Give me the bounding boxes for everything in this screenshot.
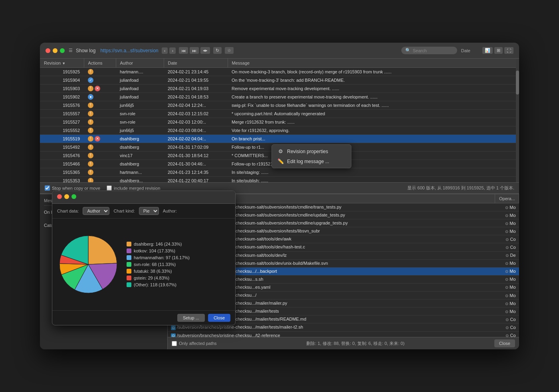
close-button[interactable]: Close (494, 339, 515, 347)
legend-item: (Other): 118 (19.67%) (127, 282, 231, 287)
search-bar[interactable]: 🔍 Search (401, 47, 457, 54)
chart-close-light[interactable] (57, 194, 62, 199)
cell-actions: ! (84, 68, 116, 76)
cell-author: jun66j5 (116, 101, 164, 110)
window-url: https://svn.a...sf/subversion (100, 48, 158, 53)
stats-bar: Only affected paths 删除: 1, 修改: 88, 替换: 0… (168, 337, 519, 349)
cell-op: ⊙ Mo (495, 267, 519, 275)
expand-btn[interactable]: ⛶ (504, 47, 513, 54)
cell-date: 2024-02-02 04:04:.. (164, 135, 228, 143)
menu-item-edit-log[interactable]: ✏️ Edit log message ... (272, 156, 351, 166)
action-icon: ! (88, 111, 93, 116)
skip-start[interactable]: ⏮ (179, 47, 188, 54)
legend-dot (127, 248, 131, 253)
menu-item-revision-props[interactable]: ⚙ Revision properties (272, 146, 351, 156)
chart-btn[interactable]: 📊 (482, 47, 493, 54)
minimize-traffic-light[interactable] (53, 48, 57, 53)
nav-lr[interactable]: ◂▸ (200, 47, 210, 54)
skip-end[interactable]: ⏭ (190, 47, 199, 54)
legend-item: kotkov: 104 (17.33%) (127, 248, 231, 253)
col-header-author[interactable]: Author (116, 59, 164, 68)
include-merged-input[interactable] (107, 185, 112, 191)
menu-item-label: Edit log message ... (287, 159, 329, 164)
chart-data-select[interactable]: Author (83, 207, 109, 215)
chart-max-light[interactable] (71, 194, 76, 199)
cell-message: Remove experimental move-tracking develo… (228, 85, 519, 93)
table-row[interactable]: 1915557 ! svn-role 2024-02-03 12:15:02 *… (40, 110, 519, 118)
stop-when-copy-checkbox[interactable]: Stop when copy or move (45, 185, 100, 191)
cell-op: ⊙ Mo (495, 299, 519, 307)
col-header-actions[interactable]: Actions (84, 59, 116, 68)
cell-op: ⊙ Mo (495, 211, 519, 219)
chart-close-button[interactable]: Close (208, 314, 230, 322)
table-row[interactable]: 1915576 ! jun66j5 2024-02-04 12:24:.. sw… (40, 101, 519, 110)
col-header-operation[interactable]: Opera... (495, 194, 519, 203)
col-header-date[interactable]: Date (164, 59, 228, 68)
path-icon: ⊙ (171, 325, 176, 330)
only-affected-checkbox[interactable]: Only affected paths (172, 341, 217, 346)
cell-author: julianfoad (116, 76, 164, 85)
cell-author: julianfoad (116, 85, 164, 93)
revision-props-icon: ⚙ (278, 148, 284, 154)
cell-date: 2024-02-21 04:19:55 (164, 76, 228, 85)
col-header-revision[interactable]: Revision▼ (40, 59, 84, 68)
table-row[interactable]: 1915365 ! hartmann... 2024-01-23 12:14:3… (40, 168, 519, 177)
chart-data-label: Chart data: (57, 209, 79, 213)
include-merged-checkbox[interactable]: include merged revision (107, 185, 160, 191)
cell-message: swig-pl: Fix `unable to close filehandle… (228, 101, 519, 110)
legend-label: kotkov: 104 (17.33%) (134, 248, 175, 253)
table-row[interactable]: 1915903 ! ✕ julianfoad 2024-02-21 04:19:… (40, 85, 519, 93)
setup-button[interactable]: Setup ... (177, 314, 205, 322)
action-icon2: ✕ (95, 86, 100, 91)
cell-message: On branch prist... (228, 135, 519, 143)
table-row[interactable]: 1915527 ! svn-role 2024-02-03 12:00:.. M… (40, 118, 519, 126)
maximize-traffic-light[interactable] (60, 48, 65, 53)
chart-min-light[interactable] (64, 194, 69, 199)
media-buttons: ⏮ ⏭ ◂▸ (179, 47, 210, 54)
scrollbar-thumb[interactable] (516, 71, 519, 95)
action-icon: ! (88, 161, 93, 167)
cell-date: 2024-01-30 18:54:12 (164, 152, 228, 160)
nav-forward[interactable]: › (169, 47, 176, 54)
chart-controls: Chart data: Author Chart kind: Pie Autho… (52, 204, 235, 219)
cell-op: ⊙ Mo (495, 307, 519, 315)
cell-op: ⊙ Co (495, 235, 519, 243)
cell-date: 2024-02-03 12:00:.. (164, 118, 228, 126)
star-btn[interactable]: ☆ (225, 47, 234, 54)
table-row[interactable]: 1915353 ! dsahlberg... 2024-01-22 00:40:… (40, 177, 519, 183)
cell-actions: ● (84, 93, 116, 101)
table-row[interactable]: 1915902 ● julianfoad 2024-02-21 04:18:53… (40, 93, 519, 101)
cell-revision: 1915476 (40, 152, 84, 160)
cell-actions: ! (84, 118, 116, 126)
cell-revision: 1915904 (40, 76, 84, 85)
refresh-btn[interactable]: ↻ (213, 47, 222, 54)
cell-actions: ! (84, 177, 116, 183)
cell-author: jun66j5 (116, 126, 164, 135)
table-row[interactable]: 1915519 ! ✕ dsahlberg 2024-02-02 04:04:.… (40, 135, 519, 143)
table-row[interactable]: 1915904 ✓ julianfoad 2024-02-21 04:19:55… (40, 76, 519, 85)
pie-segment (88, 236, 117, 264)
include-merged-label: include merged revision (114, 186, 160, 191)
table-row[interactable]: 1915552 ! jun66j5 2024-02-03 08:04:.. Vo… (40, 126, 519, 135)
col-header-message[interactable]: Message (228, 59, 519, 68)
nav-back[interactable]: ‹ (162, 47, 168, 54)
scrollbar-track (516, 59, 519, 182)
legend-dot (127, 269, 131, 274)
grid-btn[interactable]: ⊞ (494, 47, 503, 54)
close-traffic-light[interactable] (46, 48, 50, 53)
edit-log-icon: ✏️ (278, 158, 284, 164)
cell-author: hartmann... (116, 168, 164, 177)
legend-dot (127, 276, 131, 280)
cell-message: On move-tracking-3 branch, block (record… (228, 68, 519, 76)
cell-message: On the 'move-tracking-3' branch: add BRA… (228, 76, 519, 85)
action-icon: ! (88, 169, 93, 175)
cell-op: ⊙ Mo (495, 219, 519, 227)
cell-date: 2024-02-04 12:24:.. (164, 101, 228, 110)
stop-when-copy-input[interactable] (45, 185, 50, 191)
cell-actions: ! (84, 152, 116, 160)
cell-author: hartmann.... (116, 68, 164, 76)
chart-kind-select[interactable]: Pie (139, 207, 159, 215)
only-affected-input[interactable] (172, 341, 177, 346)
cell-revision: 1915925 (40, 68, 84, 76)
table-row[interactable]: 1915925 ! hartmann.... 2024-02-21 23:14:… (40, 68, 519, 76)
